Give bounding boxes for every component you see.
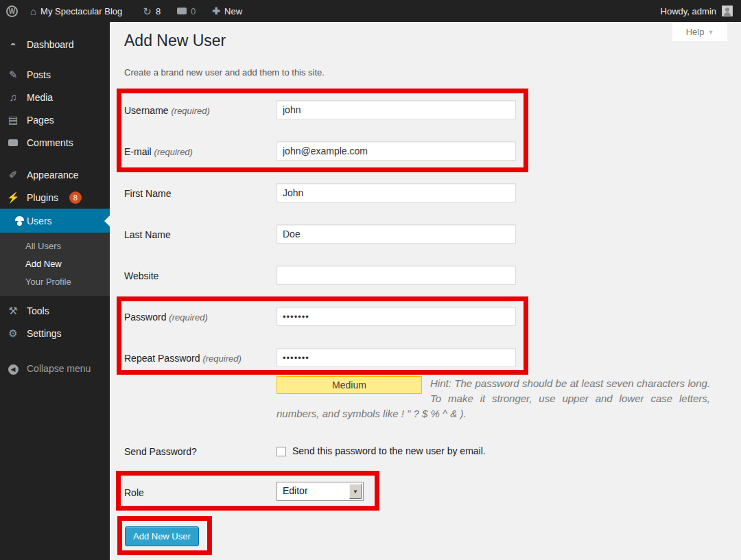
sidebar-item-settings[interactable]: ⚙ Settings (0, 322, 110, 345)
dashboard-gauge-icon: ◓ (6, 38, 20, 50)
role-label: Role (124, 487, 272, 498)
collapse-arrow-icon: ◀ (6, 362, 20, 375)
media-icon: ♫ (6, 91, 20, 103)
sidebar-item-label: Pages (27, 115, 54, 126)
add-new-user-button[interactable]: Add New User (125, 526, 199, 546)
website-field[interactable] (277, 266, 516, 285)
role-dropdown[interactable]: Editor ▼ (277, 482, 364, 501)
appearance-brush-icon: ✐ (6, 169, 20, 181)
sidebar-item-label: Media (27, 92, 53, 103)
dropdown-arrow-icon: ▼ (349, 484, 362, 499)
page-subtitle: Create a brand new user and add them to … (124, 67, 325, 78)
page-title: Add New User (124, 32, 226, 50)
admin-sidebar: ◓ Dashboard ✎ Posts ♫ Media ▤ Pages Comm… (0, 22, 110, 560)
sidebar-item-label: Appearance (27, 170, 79, 180)
role-selected-value: Editor (283, 485, 308, 496)
last-name-label: Last Name (124, 229, 272, 240)
repeat-password-field[interactable] (277, 348, 516, 367)
sidebar-item-label: Comments (27, 137, 73, 148)
username-label: Username (required) (124, 105, 272, 116)
sidebar-item-label: Plugins (27, 192, 58, 203)
sidebar-item-label: Dashboard (27, 39, 74, 50)
comments-count: 0 (191, 6, 196, 16)
wordpress-logo-button[interactable]: W (0, 0, 24, 22)
sidebar-item-label: Tools (27, 305, 49, 316)
sidebar-item-media[interactable]: ♫ Media (0, 86, 110, 108)
collapse-menu-label: Collapse menu (27, 363, 91, 374)
wordpress-logo-icon: W (6, 5, 18, 17)
comment-bubble-icon (177, 8, 187, 14)
sidebar-item-pages[interactable]: ▤ Pages (0, 108, 110, 131)
repeat-password-label: Repeat Password (required) (124, 353, 272, 364)
site-name: My Spectacular Blog (40, 6, 122, 16)
send-password-checkbox[interactable] (277, 447, 286, 456)
sidebar-item-comments[interactable]: Comments (0, 131, 110, 154)
username-field[interactable] (277, 100, 516, 119)
sidebar-item-label: Posts (27, 69, 51, 80)
sidebar-item-dashboard[interactable]: ◓ Dashboard (0, 33, 110, 56)
sidebar-item-tools[interactable]: ⚒ Tools (0, 299, 110, 322)
email-field[interactable] (277, 141, 516, 161)
submenu-item-add-new[interactable]: Add New (0, 255, 110, 273)
chevron-down-icon: ▼ (707, 29, 714, 36)
sidebar-item-posts[interactable]: ✎ Posts (0, 63, 110, 86)
howdy-account-link[interactable]: Howdy, admin (661, 6, 716, 16)
password-strength-area: Medium Hint: The password should be at l… (277, 376, 710, 421)
tools-wrench-icon: ⚒ (6, 305, 20, 317)
send-password-label: Send Password? (124, 446, 272, 457)
email-label: E-mail (required) (124, 146, 272, 157)
password-label: Password (required) (124, 312, 272, 323)
settings-sliders-icon: ⚙ (6, 327, 20, 340)
password-strength-meter: Medium (277, 376, 422, 394)
updates-count: 8 (156, 6, 161, 16)
updates-icon: ↻ (143, 6, 152, 16)
updates-link[interactable]: ↻ 8 (137, 0, 167, 22)
new-content-button[interactable]: ✚ New (206, 0, 248, 22)
main-content: Help ▼ Add New User Create a brand new u… (110, 22, 741, 560)
home-icon: ⌂ (30, 6, 36, 16)
collapse-menu-button[interactable]: ◀ Collapse menu (0, 357, 110, 380)
comments-bubble-icon (6, 137, 20, 148)
sidebar-item-users[interactable]: Users (0, 209, 110, 233)
pages-icon: ▤ (6, 114, 20, 126)
first-name-field[interactable] (277, 183, 516, 202)
help-label: Help (686, 27, 705, 37)
last-name-field[interactable] (277, 224, 516, 244)
first-name-label: First Name (124, 188, 272, 199)
help-button[interactable]: Help ▼ (672, 23, 727, 41)
site-name-link[interactable]: ⌂ My Spectacular Blog (24, 0, 128, 22)
user-avatar[interactable] (722, 5, 733, 16)
sidebar-item-plugins[interactable]: ⚡ Plugins 8 (0, 186, 110, 209)
plus-icon: ✚ (212, 5, 220, 16)
plugins-plug-icon: ⚡ (6, 191, 20, 204)
sidebar-item-label: Settings (27, 328, 62, 339)
website-label: Website (124, 270, 272, 281)
submenu-item-all-users[interactable]: All Users (0, 237, 110, 255)
send-password-checkbox-label: Send this password to the new user by em… (292, 445, 486, 456)
password-field[interactable] (277, 307, 516, 326)
submenu-item-your-profile[interactable]: Your Profile (0, 273, 110, 291)
posts-pushpin-icon: ✎ (6, 69, 20, 81)
sidebar-item-appearance[interactable]: ✐ Appearance (0, 163, 110, 186)
sidebar-item-label: Users (27, 215, 52, 226)
new-label: New (224, 6, 242, 16)
comments-link[interactable]: 0 (171, 0, 202, 22)
admin-bar: W ⌂ My Spectacular Blog ↻ 8 0 ✚ New Howd… (0, 0, 741, 22)
plugins-update-badge: 8 (69, 191, 82, 204)
users-submenu: All Users Add New Your Profile (0, 233, 110, 296)
